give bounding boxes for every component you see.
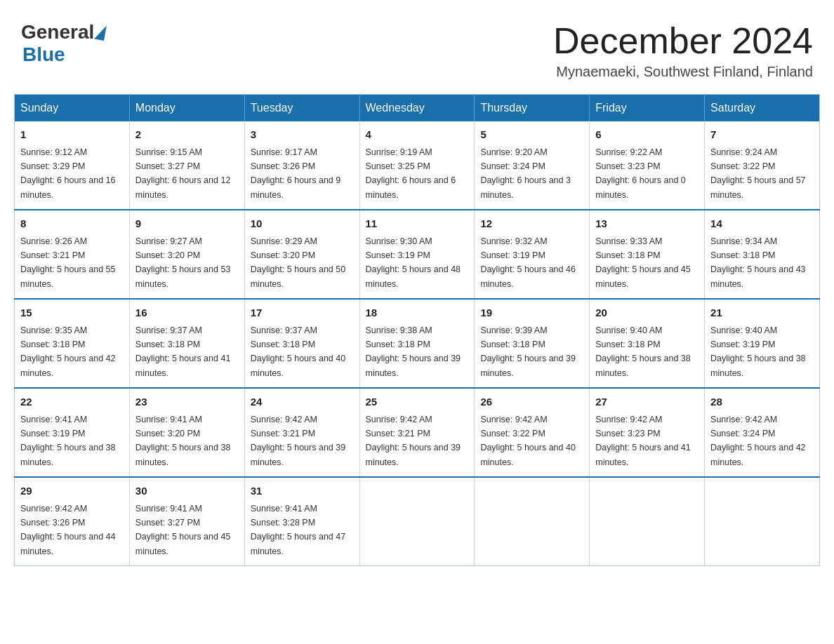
day-number: 30 (135, 483, 239, 499)
calendar-cell: 21 Sunrise: 9:40 AMSunset: 3:19 PMDaylig… (705, 299, 820, 388)
day-info: Sunrise: 9:22 AMSunset: 3:23 PMDaylight:… (595, 147, 686, 200)
calendar-cell: 24 Sunrise: 9:42 AMSunset: 3:21 PMDaylig… (244, 388, 359, 477)
calendar-cell: 29 Sunrise: 9:42 AMSunset: 3:26 PMDaylig… (15, 477, 130, 566)
calendar-cell: 11 Sunrise: 9:30 AMSunset: 3:19 PMDaylig… (359, 210, 475, 299)
day-info: Sunrise: 9:41 AMSunset: 3:28 PMDaylight:… (251, 504, 346, 556)
logo-blue-text: Blue (22, 43, 65, 66)
calendar-cell: 12 Sunrise: 9:32 AMSunset: 3:19 PMDaylig… (475, 210, 590, 299)
calendar-cell: 17 Sunrise: 9:37 AMSunset: 3:18 PMDaylig… (244, 299, 359, 388)
day-info: Sunrise: 9:24 AMSunset: 3:22 PMDaylight:… (710, 147, 806, 200)
day-number: 22 (20, 394, 124, 410)
calendar-week-row: 29 Sunrise: 9:42 AMSunset: 3:26 PMDaylig… (15, 477, 820, 566)
calendar-cell: 14 Sunrise: 9:34 AMSunset: 3:18 PMDaylig… (705, 210, 820, 299)
day-number: 29 (20, 483, 124, 499)
day-info: Sunrise: 9:37 AMSunset: 3:18 PMDaylight:… (135, 326, 231, 378)
calendar-cell: 13 Sunrise: 9:33 AMSunset: 3:18 PMDaylig… (590, 210, 705, 299)
day-info: Sunrise: 9:20 AMSunset: 3:24 PMDaylight:… (480, 147, 571, 200)
month-title: December 2024 (553, 21, 813, 61)
day-info: Sunrise: 9:41 AMSunset: 3:27 PMDaylight:… (135, 504, 231, 556)
logo-triangle-icon (94, 24, 107, 41)
calendar-cell: 16 Sunrise: 9:37 AMSunset: 3:18 PMDaylig… (129, 299, 244, 388)
weekday-header-monday: Monday (129, 95, 244, 122)
calendar-cell: 1 Sunrise: 9:12 AMSunset: 3:29 PMDayligh… (15, 121, 130, 210)
day-number: 20 (595, 305, 699, 321)
day-number: 14 (710, 216, 814, 232)
day-number: 10 (251, 216, 354, 232)
day-info: Sunrise: 9:40 AMSunset: 3:18 PMDaylight:… (595, 326, 691, 378)
calendar-cell: 5 Sunrise: 9:20 AMSunset: 3:24 PMDayligh… (475, 121, 590, 210)
day-info: Sunrise: 9:37 AMSunset: 3:18 PMDaylight:… (251, 326, 346, 378)
calendar-cell: 4 Sunrise: 9:19 AMSunset: 3:25 PMDayligh… (359, 121, 475, 210)
weekday-header-wednesday: Wednesday (359, 95, 475, 122)
calendar-cell (705, 477, 820, 566)
calendar-cell: 7 Sunrise: 9:24 AMSunset: 3:22 PMDayligh… (705, 121, 820, 210)
day-number: 26 (480, 394, 583, 410)
day-number: 25 (366, 394, 469, 410)
day-info: Sunrise: 9:42 AMSunset: 3:21 PMDaylight:… (251, 415, 346, 467)
calendar-cell: 6 Sunrise: 9:22 AMSunset: 3:23 PMDayligh… (590, 121, 705, 210)
day-info: Sunrise: 9:27 AMSunset: 3:20 PMDaylight:… (135, 236, 231, 289)
day-number: 28 (710, 394, 814, 410)
day-info: Sunrise: 9:41 AMSunset: 3:19 PMDaylight:… (20, 415, 116, 467)
calendar-table: SundayMondayTuesdayWednesdayThursdayFrid… (14, 94, 820, 566)
day-number: 1 (20, 127, 124, 143)
day-number: 3 (251, 127, 354, 143)
day-info: Sunrise: 9:42 AMSunset: 3:21 PMDaylight:… (366, 415, 461, 467)
calendar-cell (590, 477, 705, 566)
day-info: Sunrise: 9:42 AMSunset: 3:22 PMDaylight:… (480, 415, 576, 467)
calendar-cell (359, 477, 475, 566)
calendar-week-row: 1 Sunrise: 9:12 AMSunset: 3:29 PMDayligh… (15, 121, 820, 210)
day-info: Sunrise: 9:40 AMSunset: 3:19 PMDaylight:… (710, 326, 806, 378)
day-info: Sunrise: 9:39 AMSunset: 3:18 PMDaylight:… (480, 326, 576, 378)
calendar-cell: 26 Sunrise: 9:42 AMSunset: 3:22 PMDaylig… (475, 388, 590, 477)
day-number: 13 (595, 216, 699, 232)
calendar-week-row: 15 Sunrise: 9:35 AMSunset: 3:18 PMDaylig… (15, 299, 820, 388)
day-info: Sunrise: 9:32 AMSunset: 3:19 PMDaylight:… (480, 236, 576, 289)
calendar-header-row: SundayMondayTuesdayWednesdayThursdayFrid… (15, 95, 820, 122)
weekday-header-sunday: Sunday (15, 95, 130, 122)
day-number: 17 (251, 305, 354, 321)
day-info: Sunrise: 9:26 AMSunset: 3:21 PMDaylight:… (20, 236, 116, 289)
day-number: 31 (251, 483, 354, 499)
day-number: 7 (710, 127, 814, 143)
day-number: 21 (710, 305, 814, 321)
day-number: 27 (595, 394, 699, 410)
calendar-cell: 15 Sunrise: 9:35 AMSunset: 3:18 PMDaylig… (15, 299, 130, 388)
day-number: 5 (480, 127, 583, 143)
day-info: Sunrise: 9:35 AMSunset: 3:18 PMDaylight:… (20, 326, 116, 378)
day-number: 18 (366, 305, 469, 321)
weekday-header-thursday: Thursday (475, 95, 590, 122)
weekday-header-friday: Friday (590, 95, 705, 122)
calendar-cell: 9 Sunrise: 9:27 AMSunset: 3:20 PMDayligh… (129, 210, 244, 299)
calendar-cell: 2 Sunrise: 9:15 AMSunset: 3:27 PMDayligh… (129, 121, 244, 210)
logo: General Blue (21, 21, 107, 66)
calendar-cell: 31 Sunrise: 9:41 AMSunset: 3:28 PMDaylig… (244, 477, 359, 566)
weekday-header-tuesday: Tuesday (244, 95, 359, 122)
day-number: 23 (135, 394, 239, 410)
day-number: 6 (595, 127, 699, 143)
calendar-cell: 3 Sunrise: 9:17 AMSunset: 3:26 PMDayligh… (244, 121, 359, 210)
day-info: Sunrise: 9:33 AMSunset: 3:18 PMDaylight:… (595, 236, 691, 289)
calendar-cell: 27 Sunrise: 9:42 AMSunset: 3:23 PMDaylig… (590, 388, 705, 477)
day-info: Sunrise: 9:12 AMSunset: 3:29 PMDaylight:… (20, 147, 116, 200)
day-info: Sunrise: 9:38 AMSunset: 3:18 PMDaylight:… (366, 326, 461, 378)
calendar-week-row: 8 Sunrise: 9:26 AMSunset: 3:21 PMDayligh… (15, 210, 820, 299)
page-header: General Blue December 2024 Mynaemaeki, S… (14, 14, 820, 80)
day-info: Sunrise: 9:34 AMSunset: 3:18 PMDaylight:… (710, 236, 806, 289)
day-number: 4 (366, 127, 469, 143)
title-area: December 2024 Mynaemaeki, Southwest Finl… (553, 21, 813, 80)
day-number: 8 (20, 216, 124, 232)
day-info: Sunrise: 9:42 AMSunset: 3:24 PMDaylight:… (710, 415, 806, 467)
calendar-week-row: 22 Sunrise: 9:41 AMSunset: 3:19 PMDaylig… (15, 388, 820, 477)
day-info: Sunrise: 9:42 AMSunset: 3:23 PMDaylight:… (595, 415, 691, 467)
calendar-cell: 28 Sunrise: 9:42 AMSunset: 3:24 PMDaylig… (705, 388, 820, 477)
day-number: 2 (135, 127, 239, 143)
day-info: Sunrise: 9:42 AMSunset: 3:26 PMDaylight:… (20, 504, 116, 556)
logo-general-text: General (21, 21, 94, 43)
day-number: 19 (480, 305, 583, 321)
day-info: Sunrise: 9:41 AMSunset: 3:20 PMDaylight:… (135, 415, 231, 467)
calendar-cell: 22 Sunrise: 9:41 AMSunset: 3:19 PMDaylig… (15, 388, 130, 477)
day-number: 11 (366, 216, 469, 232)
day-number: 12 (480, 216, 583, 232)
calendar-cell: 10 Sunrise: 9:29 AMSunset: 3:20 PMDaylig… (244, 210, 359, 299)
